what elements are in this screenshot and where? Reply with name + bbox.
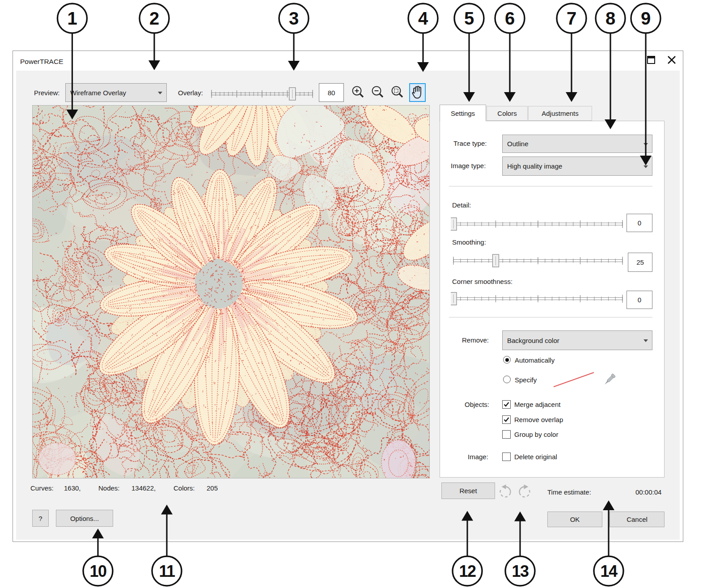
svg-text:9: 9: [641, 8, 651, 28]
svg-text:3: 3: [289, 8, 299, 28]
svg-text:12: 12: [459, 562, 476, 580]
svg-text:13: 13: [512, 562, 529, 580]
svg-text:1: 1: [67, 8, 77, 28]
svg-text:5: 5: [464, 8, 474, 28]
svg-text:4: 4: [418, 8, 428, 28]
svg-text:6: 6: [505, 8, 515, 28]
svg-text:2: 2: [149, 8, 159, 28]
svg-text:14: 14: [600, 562, 618, 580]
svg-text:11: 11: [159, 562, 175, 580]
svg-text:10: 10: [89, 562, 106, 580]
svg-text:8: 8: [605, 8, 615, 28]
svg-text:7: 7: [567, 8, 576, 28]
